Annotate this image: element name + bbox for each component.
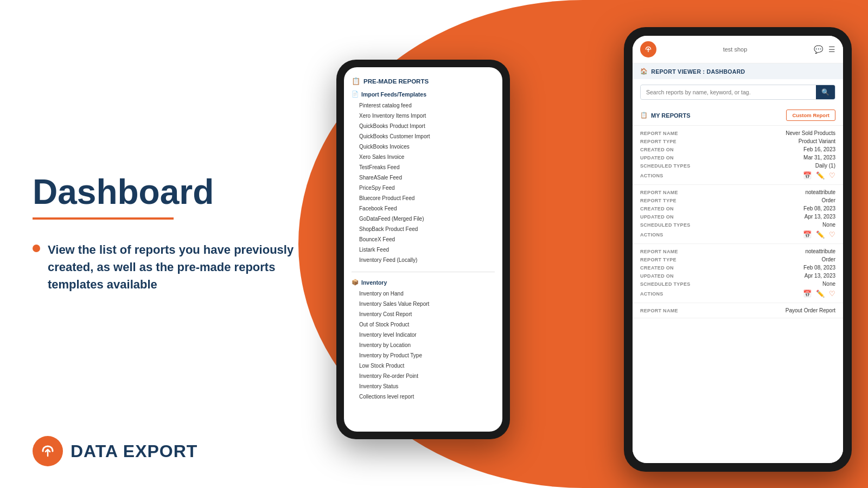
- phone-right-inner: test shop 💬 ☰ 🏠 REPORT VIEWER : DASHBOAR…: [633, 36, 843, 463]
- created-on-field: CREATED ON Feb 08, 2023: [640, 204, 835, 213]
- list-item[interactable]: Inventory Sales Value Report: [352, 299, 495, 309]
- breadcrumb-text: REPORT VIEWER : DASHBOARD: [651, 68, 745, 75]
- edit-icon[interactable]: ✏️: [816, 230, 825, 239]
- title-underline: [33, 217, 174, 220]
- list-item[interactable]: Inventory by Product Type: [352, 350, 495, 361]
- import-feeds-list: Pinterest catalog feed Xero Inventory It…: [352, 100, 495, 265]
- premade-reports-label: PRE-MADE REPORTS: [363, 78, 429, 85]
- field-value: Order: [821, 256, 835, 262]
- search-input[interactable]: [641, 86, 816, 99]
- action-icons: 📅 ✏️ ♡: [803, 290, 835, 298]
- list-item[interactable]: Pinterest catalog feed: [352, 100, 495, 111]
- list-item[interactable]: Out of Stock Product: [352, 319, 495, 330]
- field-label: UPDATED ON: [640, 214, 689, 220]
- field-label: CREATED ON: [640, 147, 689, 152]
- list-item[interactable]: Inventory Status: [352, 381, 495, 391]
- bullet-text: View the list of reports you have previo…: [48, 241, 326, 293]
- field-label: CREATED ON: [640, 265, 689, 271]
- table-row: REPORT NAME Never Sold Products REPORT T…: [633, 126, 843, 185]
- field-label: Scheduled Types: [640, 163, 691, 169]
- list-item[interactable]: Xero Inventory Items Import: [352, 111, 495, 121]
- my-reports-label: 📋 MY REPORTS: [640, 112, 691, 119]
- list-item[interactable]: Inventory by Location: [352, 340, 495, 350]
- edit-icon[interactable]: ✏️: [816, 171, 825, 179]
- shop-name: test shop: [723, 46, 748, 53]
- calendar-icon[interactable]: 📅: [803, 230, 812, 239]
- list-item[interactable]: ShopBack Product Feed: [352, 224, 495, 234]
- left-phone-content: 📋 PRE-MADE REPORTS 📄 Import Feeds/Templa…: [344, 67, 502, 412]
- field-value: Daily (1): [815, 163, 835, 169]
- list-item[interactable]: Xero Sales Invoice: [352, 152, 495, 162]
- scheduled-types-field: Scheduled Types None: [640, 280, 835, 288]
- calendar-icon[interactable]: 📅: [803, 290, 812, 298]
- list-item[interactable]: PriceSpy Feed: [352, 183, 495, 193]
- list-item[interactable]: Inventory Feed (Locally): [352, 255, 495, 265]
- edit-icon[interactable]: ✏️: [816, 290, 825, 298]
- created-on-field: CREATED ON Feb 16, 2023: [640, 145, 835, 153]
- scheduled-types-field: Scheduled Types None: [640, 221, 835, 229]
- inventory-header: 📦 Inventory: [352, 279, 495, 286]
- report-name-field: REPORT NAME noteattribute: [640, 247, 835, 255]
- report-type-field: REPORT TYPE Order: [640, 196, 835, 204]
- heart-icon[interactable]: ♡: [829, 290, 835, 298]
- field-value: Apr 13, 2023: [805, 214, 835, 220]
- field-label: Scheduled Types: [640, 281, 691, 287]
- list-item[interactable]: Bluecore Product Feed: [352, 193, 495, 203]
- list-item[interactable]: BounceX Feed: [352, 234, 495, 245]
- my-reports-bar: 📋 MY REPORTS Custom Report: [633, 105, 843, 126]
- actions-row: ACTIONS 📅 ✏️ ♡: [640, 170, 835, 181]
- list-item[interactable]: Collections level report: [352, 391, 495, 402]
- action-icons: 📅 ✏️ ♡: [803, 171, 835, 179]
- field-label: REPORT TYPE: [640, 139, 689, 144]
- phone-left: 📋 PRE-MADE REPORTS 📄 Import Feeds/Templa…: [336, 60, 510, 439]
- chat-icon[interactable]: 💬: [814, 45, 823, 54]
- inventory-label: Inventory: [361, 279, 387, 286]
- field-value: Never Sold Products: [786, 130, 835, 136]
- field-label: REPORT NAME: [640, 249, 689, 254]
- list-item[interactable]: Inventory on Hand: [352, 288, 495, 299]
- list-item[interactable]: Listark Feed: [352, 245, 495, 255]
- logo-area: DATA EXPORT: [33, 436, 197, 466]
- search-button[interactable]: 🔍: [816, 85, 835, 99]
- field-label: CREATED ON: [640, 206, 689, 211]
- list-item[interactable]: Facebook Feed: [352, 203, 495, 214]
- field-value: Order: [821, 197, 835, 203]
- field-label: REPORT NAME: [640, 131, 689, 136]
- logo-text: DATA EXPORT: [71, 441, 197, 461]
- home-icon: 🏠: [640, 68, 648, 75]
- updated-on-field: UPDATED ON Apr 13, 2023: [640, 272, 835, 280]
- field-label: UPDATED ON: [640, 273, 689, 279]
- list-item[interactable]: Inventory Re-order Point: [352, 371, 495, 381]
- field-value: Payout Order Report: [786, 307, 835, 313]
- list-item[interactable]: QuickBooks Product Import: [352, 121, 495, 131]
- field-value: Apr 13, 2023: [805, 273, 835, 279]
- list-item[interactable]: Inventory level Indicator: [352, 330, 495, 340]
- divider: [352, 272, 495, 272]
- field-label: ACTIONS: [640, 291, 689, 297]
- my-reports-text: MY REPORTS: [651, 112, 691, 119]
- phone-left-inner: 📋 PRE-MADE REPORTS 📄 Import Feeds/Templa…: [344, 67, 502, 432]
- heart-icon[interactable]: ♡: [829, 230, 835, 239]
- menu-icon[interactable]: ☰: [828, 45, 835, 54]
- header-icons: 💬 ☰: [814, 45, 835, 54]
- reports-list-icon: 📋: [640, 112, 648, 119]
- field-label: REPORT NAME: [640, 190, 689, 195]
- inventory-list: Inventory on Hand Inventory Sales Value …: [352, 288, 495, 402]
- list-item[interactable]: Inventory Cost Report: [352, 309, 495, 319]
- custom-report-button[interactable]: Custom Report: [786, 110, 835, 121]
- list-item[interactable]: QuickBooks Customer Import: [352, 131, 495, 142]
- calendar-icon[interactable]: 📅: [803, 171, 812, 179]
- field-value: Feb 08, 2023: [803, 265, 835, 271]
- field-value: noteattribute: [805, 189, 835, 195]
- list-item[interactable]: TestFreaks Feed: [352, 162, 495, 172]
- list-item[interactable]: QuickBooks Invoices: [352, 142, 495, 152]
- heart-icon[interactable]: ♡: [829, 171, 835, 179]
- field-label: ACTIONS: [640, 173, 689, 178]
- field-label: REPORT TYPE: [640, 257, 689, 262]
- list-item[interactable]: ShareASale Feed: [352, 172, 495, 183]
- list-item[interactable]: GoDataFeed (Merged File): [352, 214, 495, 224]
- list-item[interactable]: Low Stock Product: [352, 361, 495, 371]
- field-label: Scheduled Types: [640, 222, 691, 228]
- import-icon: 📄: [352, 91, 359, 98]
- created-on-field: CREATED ON Feb 08, 2023: [640, 264, 835, 272]
